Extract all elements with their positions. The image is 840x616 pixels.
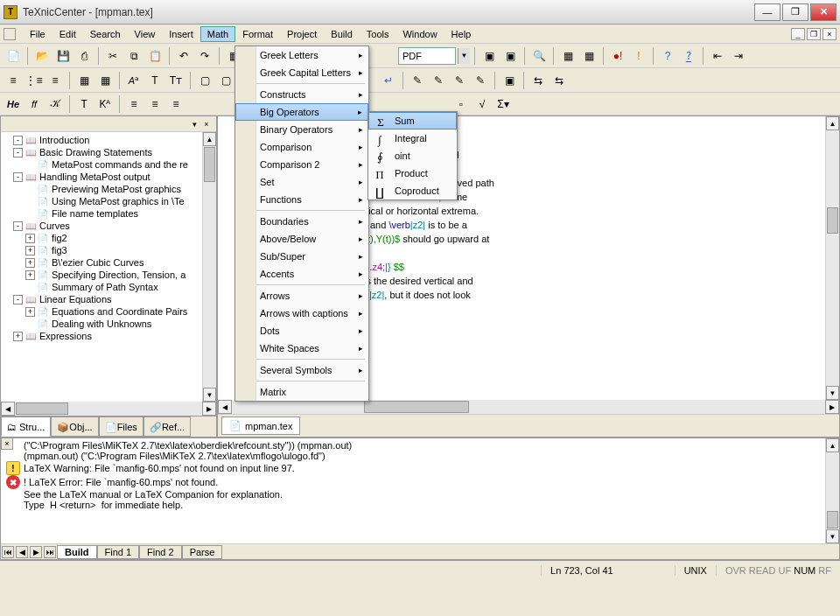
align-right-icon[interactable]: ≡ [166, 94, 186, 114]
submenu-item-oint[interactable]: ∮oint [368, 147, 457, 164]
editor-scrollbar[interactable]: ▲ ▼ [825, 116, 839, 400]
menu-project[interactable]: Project [280, 26, 324, 42]
warn-icon[interactable]: ! [629, 46, 648, 66]
math-op-icon[interactable]: Σ▾ [494, 94, 513, 114]
tree-toggle-icon[interactable]: + [13, 332, 23, 341]
scroll-up-icon[interactable]: ▲ [826, 438, 839, 452]
submenu-item-sum[interactable]: ΣSum [368, 112, 457, 130]
combo-arrow-icon[interactable]: ▼ [458, 48, 470, 64]
tree-toggle-icon[interactable]: + [25, 246, 35, 256]
tree-node[interactable]: 📄Previewing MetaPost graphics [3, 183, 200, 195]
tabular-icon[interactable]: ▦ [95, 71, 115, 90]
panel-tab-stru..[interactable]: 🗂Stru... [1, 416, 51, 437]
tb26-icon[interactable]: ▣ [500, 71, 519, 90]
table-icon[interactable]: ▦ [74, 71, 94, 90]
tree-node[interactable]: 📄File name templates [3, 207, 200, 220]
scroll-right-icon[interactable]: ▶ [825, 400, 839, 414]
menu-item-greek-letters[interactable]: Greek Letters [235, 46, 368, 64]
menu-format[interactable]: Format [235, 26, 280, 42]
tree-scrollbar[interactable]: ▲ ▼ [202, 132, 216, 402]
tree-node[interactable]: +📄Equations and Coordinate Pairs [3, 305, 200, 318]
tree-node[interactable]: -📖Introduction [3, 134, 200, 146]
description-icon[interactable]: ≡ [46, 71, 65, 90]
menu-item-set[interactable]: Set [235, 173, 368, 191]
output-close-icon[interactable]: × [1, 438, 13, 450]
output-text[interactable]: ("C:\Program Files\MiKTeX 2.7\tex\latex\… [1, 438, 825, 543]
sc-icon[interactable]: Kᴬ [95, 94, 115, 114]
menu-edit[interactable]: Edit [52, 26, 83, 42]
menu-item-big-operators[interactable]: Big Operators [235, 103, 368, 121]
help-icon[interactable]: ? [658, 46, 677, 66]
tb28-icon[interactable]: ⇆ [550, 71, 569, 90]
menu-view[interactable]: View [128, 26, 163, 42]
output-tab-find-1[interactable]: Find 1 [97, 545, 140, 559]
menu-item-several-symbols[interactable]: Several Symbols [235, 361, 368, 379]
whatsthis-icon[interactable]: ?̲ [679, 46, 698, 66]
tb10-icon[interactable]: ▦ [558, 46, 578, 66]
tb20-icon[interactable]: ▢ [195, 71, 214, 90]
tree-toggle-icon[interactable]: + [25, 307, 35, 317]
scroll-left-icon[interactable]: ◀ [1, 402, 15, 416]
prev-icon[interactable]: ◀ [16, 546, 28, 558]
newline-icon[interactable]: ↵ [379, 71, 398, 90]
tree-toggle-icon[interactable]: - [13, 221, 23, 231]
panel-dropdown-icon[interactable]: ▾ [188, 118, 200, 130]
scroll-down-icon[interactable]: ▼ [203, 388, 216, 402]
panel-close-icon[interactable]: × [200, 118, 213, 130]
menu-item-sub/super[interactable]: Sub/Super [235, 248, 368, 265]
menu-tools[interactable]: Tools [360, 26, 396, 42]
tree-toggle-icon[interactable]: - [13, 295, 23, 304]
tree-toggle-icon[interactable]: + [25, 234, 35, 243]
next-icon[interactable]: ▶ [30, 546, 42, 558]
output-tab-find-2[interactable]: Find 2 [139, 545, 182, 559]
menu-item-comparison[interactable]: Comparison [235, 138, 368, 156]
menu-build[interactable]: Build [324, 26, 359, 42]
tree-toggle-icon[interactable]: + [25, 270, 35, 280]
menu-item-comparison-2[interactable]: Comparison 2 [235, 156, 368, 173]
tree-node[interactable]: +📄Specifying Direction, Tension, a [3, 269, 200, 281]
submenu-item-product[interactable]: ΠProduct [368, 164, 457, 182]
first-icon[interactable]: ⏮ [2, 546, 14, 558]
undo-icon[interactable]: ↶ [174, 46, 193, 66]
tb21-icon[interactable]: ▢ [216, 71, 235, 90]
mdi-minimize-button[interactable]: _ [791, 28, 805, 40]
new-icon[interactable]: 📄 [4, 46, 23, 66]
scroll-up-icon[interactable]: ▲ [826, 116, 839, 130]
tree-toggle-icon[interactable]: - [13, 148, 23, 158]
output-tab-build[interactable]: Build [57, 545, 97, 559]
cut-icon[interactable]: ✂ [103, 46, 122, 66]
font-icon[interactable]: Aᵃ [124, 71, 144, 90]
bf-icon[interactable]: He [4, 94, 23, 114]
menu-window[interactable]: Window [396, 26, 444, 42]
maximize-button[interactable]: ❐ [782, 4, 808, 21]
menu-item-above/below[interactable]: Above/Below [235, 230, 368, 248]
menu-item-functions[interactable]: Functions [235, 191, 368, 208]
tb14-icon[interactable]: ⇤ [708, 46, 727, 66]
scroll-right-icon[interactable]: ▶ [202, 402, 216, 416]
tree-node[interactable]: +📄fig3 [3, 244, 200, 256]
menu-item-white-spaces[interactable]: White Spaces [235, 340, 368, 357]
tree-node[interactable]: -📖Curves [3, 220, 200, 232]
submenu-item-integral[interactable]: ∫Integral [368, 130, 457, 147]
menu-search[interactable]: Search [83, 26, 128, 42]
size2-icon[interactable]: Tᴛ [166, 71, 186, 90]
tb11-icon[interactable]: ▦ [579, 46, 598, 66]
pen-icon[interactable]: ✎ [408, 71, 427, 90]
tree-node[interactable]: +📖Expressions [3, 330, 200, 342]
scroll-thumb[interactable] [827, 207, 838, 234]
tree-node[interactable]: 📄Using MetaPost graphics in \Te [3, 195, 200, 207]
scroll-thumb[interactable] [827, 511, 838, 528]
submenu-item-coproduct[interactable]: ∐Coproduct [368, 182, 457, 200]
tree-node[interactable]: +📄B\'ezier Cubic Curves [3, 256, 200, 269]
redo-icon[interactable]: ↷ [195, 46, 214, 66]
menu-item-dots[interactable]: Dots [235, 322, 368, 340]
document-tab[interactable]: 📄 mpman.tex [221, 416, 300, 435]
mdi-close-button[interactable]: × [822, 28, 836, 40]
tb27-icon[interactable]: ⇆ [528, 71, 548, 90]
menu-item-greek-capital-letters[interactable]: Greek Capital Letters [235, 64, 368, 81]
enumerate-icon[interactable]: ⋮≡ [24, 71, 44, 90]
menu-file[interactable]: File [23, 26, 52, 42]
document-tree[interactable]: -📖Introduction-📖Basic Drawing Statements… [1, 132, 202, 402]
hscroll-thumb[interactable] [16, 402, 68, 415]
editor-hscrollbar[interactable]: ◀ ▶ [218, 400, 839, 414]
